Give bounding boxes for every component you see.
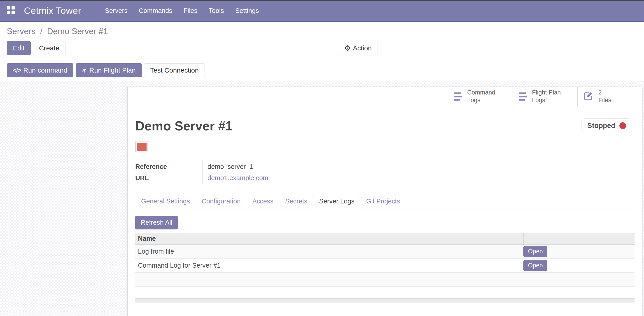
main-menu: Servers Commands Files Tools Settings <box>99 1 265 21</box>
stat-button-command-logs[interactable]: Command Logs <box>448 87 512 106</box>
navbar: Cetmix Tower Servers Commands Files Tool… <box>0 1 644 22</box>
list-icon <box>519 93 527 101</box>
open-log-button[interactable]: Open <box>524 246 547 257</box>
menu-item-servers[interactable]: Servers <box>99 1 133 21</box>
open-log-button[interactable]: Open <box>524 260 547 271</box>
table-row[interactable]: Command Log for Server #1 Open <box>135 259 634 273</box>
record-action-buttons: </> Run command ✈ Run Flight Plan Test C… <box>0 60 644 81</box>
stat-button-box: Command Logs Flight Plan Logs <box>128 87 642 106</box>
control-panel: Servers / Demo Server #1 Edit Create ⚙ A… <box>0 22 644 81</box>
title-row: Demo Server #1 Stopped <box>135 118 634 133</box>
list-footer-bar <box>135 298 634 303</box>
column-header-name[interactable]: Name <box>135 233 524 244</box>
status-label: Stopped <box>587 122 615 130</box>
log-name: Log from file <box>135 245 524 258</box>
create-button[interactable]: Create <box>33 41 66 55</box>
field-labels-column: Reference URL <box>135 161 202 184</box>
tab-server-logs[interactable]: Server Logs <box>313 194 360 208</box>
list-icon <box>454 93 462 101</box>
stat-button-files[interactable]: 2 Files <box>578 87 642 106</box>
action-button[interactable]: ⚙ Action <box>338 41 378 55</box>
stat-label: Command Logs <box>467 89 496 104</box>
url-field-link[interactable]: demo1.example.com <box>208 174 268 182</box>
tab-general-settings[interactable]: General Settings <box>135 194 196 208</box>
apps-menu-icon[interactable] <box>7 6 16 16</box>
server-form-card: Command Logs Flight Plan Logs <box>127 87 642 316</box>
column-header-action <box>524 233 634 244</box>
log-name: Command Log for Server #1 <box>135 259 524 272</box>
stat-button-flight-plan-logs[interactable]: Flight Plan Logs <box>512 87 578 106</box>
table-row[interactable]: Log from file Open <box>135 245 634 259</box>
server-color-swatch[interactable] <box>135 142 148 152</box>
action-button-label: Action <box>353 44 372 52</box>
plane-icon: ✈ <box>80 66 88 75</box>
refresh-all-button[interactable]: Refresh All <box>135 216 178 229</box>
control-panel-buttons: Edit Create ⚙ Action <box>0 37 644 60</box>
tab-access[interactable]: Access <box>246 194 279 208</box>
files-count: 2 <box>598 89 602 96</box>
status-badge: Stopped <box>581 118 632 133</box>
edit-button[interactable]: Edit <box>7 41 31 55</box>
run-command-label: Run command <box>23 67 67 74</box>
test-connection-button[interactable]: Test Connection <box>144 63 205 77</box>
menu-item-commands[interactable]: Commands <box>133 1 178 21</box>
server-logs-pane: Refresh All Name Log from file Open <box>135 208 634 303</box>
menu-item-settings[interactable]: Settings <box>230 1 265 21</box>
app-brand: Cetmix Tower <box>24 6 81 16</box>
server-logs-table: Name Log from file Open Comman <box>135 233 634 303</box>
table-body: Log from file Open Command Log for Serve… <box>135 245 634 287</box>
table-row-empty <box>135 273 634 287</box>
field-group: Reference URL demo_server_1 demo1.exampl… <box>135 161 634 184</box>
notebook-tabs: General Settings Configuration Access Se… <box>135 194 634 208</box>
reference-field-value: demo_server_1 <box>208 163 253 170</box>
form-view-background: Command Logs Flight Plan Logs <box>0 81 644 316</box>
stat-label: Flight Plan Logs <box>532 89 561 104</box>
tab-secrets[interactable]: Secrets <box>279 194 313 208</box>
page-title: Demo Server #1 <box>135 118 232 133</box>
gear-icon: ⚙ <box>344 45 351 52</box>
stat-label: 2 Files <box>598 89 611 104</box>
menu-item-files[interactable]: Files <box>178 1 203 21</box>
breadcrumb-separator: / <box>38 27 45 36</box>
breadcrumb: Servers / Demo Server #1 <box>0 22 644 37</box>
screen: Cetmix Tower Servers Commands Files Tool… <box>0 0 644 316</box>
run-flight-plan-button[interactable]: ✈ Run Flight Plan <box>76 63 142 77</box>
breadcrumb-current: Demo Server #1 <box>47 27 108 36</box>
run-flight-plan-label: Run Flight Plan <box>90 67 136 74</box>
code-icon: </> <box>13 67 21 74</box>
tab-configuration[interactable]: Configuration <box>196 194 246 208</box>
table-header-row: Name <box>135 233 634 245</box>
url-field-label: URL <box>135 174 149 182</box>
field-values-column: demo_server_1 demo1.example.com <box>202 161 268 184</box>
menu-item-tools[interactable]: Tools <box>203 1 230 21</box>
pencil-square-icon <box>584 91 594 102</box>
status-dot-icon <box>620 122 626 129</box>
tab-git-projects[interactable]: Git Projects <box>360 194 406 208</box>
breadcrumb-parent-link[interactable]: Servers <box>7 27 36 36</box>
run-command-button[interactable]: </> Run command <box>7 63 74 77</box>
form-sheet: Demo Server #1 Stopped Reference URL dem… <box>128 118 642 303</box>
reference-field-label: Reference <box>135 163 167 170</box>
